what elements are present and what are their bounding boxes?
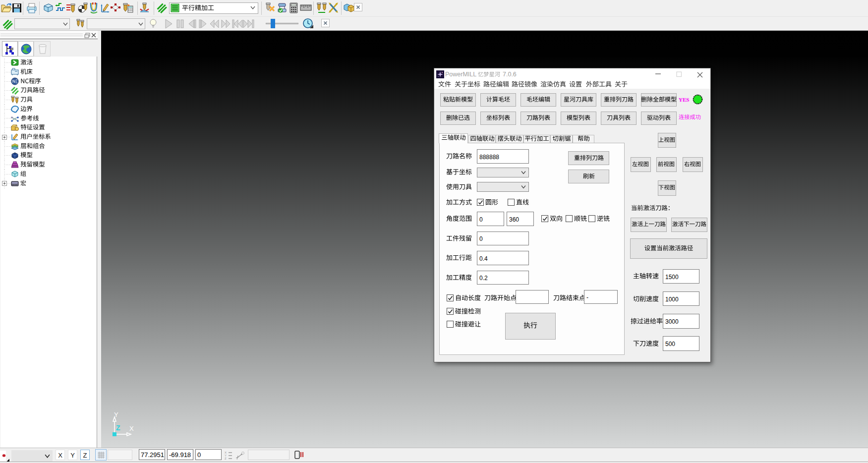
svg-text:Y: Y: [114, 411, 118, 418]
svg-text:Z: Z: [225, 457, 227, 460]
svg-text:X: X: [129, 425, 134, 432]
svg-text:Z: Z: [116, 424, 120, 432]
